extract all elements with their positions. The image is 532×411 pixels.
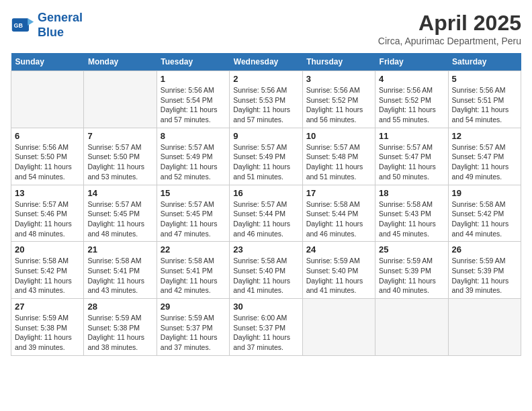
day-cell: 27Sunrise: 5:59 AM Sunset: 5:38 PM Dayli…	[11, 299, 84, 356]
day-info: Sunrise: 5:58 AM Sunset: 5:42 PM Dayligh…	[452, 199, 517, 239]
svg-marker-1	[28, 18, 34, 26]
day-number: 21	[87, 244, 152, 255]
day-number: 26	[452, 244, 517, 255]
day-number: 27	[15, 302, 80, 312]
day-number: 12	[452, 131, 517, 141]
day-info: Sunrise: 6:00 AM Sunset: 5:37 PM Dayligh…	[233, 313, 298, 353]
week-row-3: 13Sunrise: 5:57 AM Sunset: 5:46 PM Dayli…	[11, 185, 521, 242]
day-number: 19	[452, 188, 517, 198]
day-info: Sunrise: 5:59 AM Sunset: 5:39 PM Dayligh…	[452, 256, 517, 295]
day-cell	[84, 71, 157, 128]
day-number: 1	[161, 74, 226, 84]
day-info: Sunrise: 5:57 AM Sunset: 5:45 PM Dayligh…	[161, 199, 226, 239]
day-cell: 3Sunrise: 5:56 AM Sunset: 5:52 PM Daylig…	[302, 71, 375, 128]
calendar-table: SundayMondayTuesdayWednesdayThursdayFrid…	[11, 53, 521, 356]
week-row-1: 1Sunrise: 5:56 AM Sunset: 5:54 PM Daylig…	[11, 71, 521, 128]
day-info: Sunrise: 5:56 AM Sunset: 5:50 PM Dayligh…	[15, 142, 80, 182]
day-number: 24	[306, 244, 371, 255]
day-info: Sunrise: 5:58 AM Sunset: 5:43 PM Dayligh…	[379, 199, 444, 239]
day-cell: 7Sunrise: 5:57 AM Sunset: 5:50 PM Daylig…	[84, 128, 157, 185]
day-cell: 25Sunrise: 5:59 AM Sunset: 5:39 PM Dayli…	[375, 242, 448, 299]
day-info: Sunrise: 5:57 AM Sunset: 5:50 PM Dayligh…	[87, 142, 152, 182]
calendar-header: SundayMondayTuesdayWednesdayThursdayFrid…	[11, 53, 521, 71]
header-cell-wednesday: Wednesday	[230, 53, 302, 71]
day-cell: 14Sunrise: 5:57 AM Sunset: 5:45 PM Dayli…	[84, 185, 157, 242]
day-info: Sunrise: 5:56 AM Sunset: 5:51 PM Dayligh…	[452, 85, 517, 125]
day-info: Sunrise: 5:56 AM Sunset: 5:52 PM Dayligh…	[306, 85, 371, 125]
day-number: 18	[379, 188, 444, 198]
day-cell: 29Sunrise: 5:59 AM Sunset: 5:37 PM Dayli…	[157, 299, 229, 356]
header-cell-tuesday: Tuesday	[157, 53, 229, 71]
day-cell: 22Sunrise: 5:58 AM Sunset: 5:41 PM Dayli…	[157, 242, 229, 299]
day-info: Sunrise: 5:58 AM Sunset: 5:40 PM Dayligh…	[233, 256, 298, 295]
day-number: 4	[379, 74, 444, 84]
day-info: Sunrise: 5:57 AM Sunset: 5:49 PM Dayligh…	[161, 142, 226, 182]
day-number: 7	[87, 131, 152, 141]
month-title: April 2025	[378, 11, 521, 36]
calendar-body: 1Sunrise: 5:56 AM Sunset: 5:54 PM Daylig…	[11, 71, 521, 356]
header-cell-monday: Monday	[84, 53, 157, 71]
day-info: Sunrise: 5:57 AM Sunset: 5:47 PM Dayligh…	[452, 142, 517, 182]
day-number: 2	[233, 74, 298, 84]
day-number: 20	[15, 244, 80, 255]
week-row-2: 6Sunrise: 5:56 AM Sunset: 5:50 PM Daylig…	[11, 128, 521, 185]
day-cell	[375, 299, 448, 356]
day-cell: 6Sunrise: 5:56 AM Sunset: 5:50 PM Daylig…	[11, 128, 84, 185]
day-cell: 12Sunrise: 5:57 AM Sunset: 5:47 PM Dayli…	[448, 128, 521, 185]
day-number: 30	[233, 302, 298, 312]
day-cell: 1Sunrise: 5:56 AM Sunset: 5:54 PM Daylig…	[157, 71, 229, 128]
day-info: Sunrise: 5:59 AM Sunset: 5:37 PM Dayligh…	[161, 313, 226, 353]
day-info: Sunrise: 5:57 AM Sunset: 5:46 PM Dayligh…	[15, 199, 80, 239]
logo: GB General Blue	[11, 11, 83, 40]
day-cell	[11, 71, 84, 128]
day-number: 8	[161, 131, 226, 141]
page-header: GB General Blue April 2025 Circa, Apurim…	[11, 11, 521, 46]
day-info: Sunrise: 5:59 AM Sunset: 5:39 PM Dayligh…	[379, 256, 444, 295]
day-number: 17	[306, 188, 371, 198]
day-cell: 21Sunrise: 5:58 AM Sunset: 5:41 PM Dayli…	[84, 242, 157, 299]
day-cell: 5Sunrise: 5:56 AM Sunset: 5:51 PM Daylig…	[448, 71, 521, 128]
header-cell-saturday: Saturday	[448, 53, 521, 71]
day-number: 15	[161, 188, 226, 198]
week-row-4: 20Sunrise: 5:58 AM Sunset: 5:42 PM Dayli…	[11, 242, 521, 299]
day-cell: 8Sunrise: 5:57 AM Sunset: 5:49 PM Daylig…	[157, 128, 229, 185]
week-row-5: 27Sunrise: 5:59 AM Sunset: 5:38 PM Dayli…	[11, 299, 521, 356]
header-cell-friday: Friday	[375, 53, 448, 71]
day-number: 28	[87, 302, 152, 312]
day-info: Sunrise: 5:58 AM Sunset: 5:41 PM Dayligh…	[87, 256, 152, 295]
header-cell-thursday: Thursday	[302, 53, 375, 71]
day-number: 29	[161, 302, 226, 312]
day-info: Sunrise: 5:57 AM Sunset: 5:49 PM Dayligh…	[233, 142, 298, 182]
day-info: Sunrise: 5:57 AM Sunset: 5:47 PM Dayligh…	[379, 142, 444, 182]
day-cell: 13Sunrise: 5:57 AM Sunset: 5:46 PM Dayli…	[11, 185, 84, 242]
day-info: Sunrise: 5:58 AM Sunset: 5:44 PM Dayligh…	[306, 199, 371, 239]
day-number: 9	[233, 131, 298, 141]
day-number: 3	[306, 74, 371, 84]
day-info: Sunrise: 5:57 AM Sunset: 5:44 PM Dayligh…	[233, 199, 298, 239]
title-block: April 2025 Circa, Apurimac Department, P…	[378, 11, 521, 46]
day-cell: 15Sunrise: 5:57 AM Sunset: 5:45 PM Dayli…	[157, 185, 229, 242]
day-cell: 17Sunrise: 5:58 AM Sunset: 5:44 PM Dayli…	[302, 185, 375, 242]
day-number: 11	[379, 131, 444, 141]
day-number: 25	[379, 244, 444, 255]
day-cell: 11Sunrise: 5:57 AM Sunset: 5:47 PM Dayli…	[375, 128, 448, 185]
day-info: Sunrise: 5:57 AM Sunset: 5:48 PM Dayligh…	[306, 142, 371, 182]
day-number: 5	[452, 74, 517, 84]
day-cell: 16Sunrise: 5:57 AM Sunset: 5:44 PM Dayli…	[230, 185, 302, 242]
day-cell: 20Sunrise: 5:58 AM Sunset: 5:42 PM Dayli…	[11, 242, 84, 299]
header-row: SundayMondayTuesdayWednesdayThursdayFrid…	[11, 53, 521, 71]
logo-line1: General	[38, 11, 83, 24]
header-cell-sunday: Sunday	[11, 53, 84, 71]
day-info: Sunrise: 5:59 AM Sunset: 5:38 PM Dayligh…	[15, 313, 80, 353]
logo-line2: Blue	[38, 26, 64, 39]
day-cell: 9Sunrise: 5:57 AM Sunset: 5:49 PM Daylig…	[230, 128, 302, 185]
day-number: 13	[15, 188, 80, 198]
day-cell: 10Sunrise: 5:57 AM Sunset: 5:48 PM Dayli…	[302, 128, 375, 185]
day-cell: 24Sunrise: 5:59 AM Sunset: 5:40 PM Dayli…	[302, 242, 375, 299]
day-info: Sunrise: 5:57 AM Sunset: 5:45 PM Dayligh…	[87, 199, 152, 239]
day-cell: 2Sunrise: 5:56 AM Sunset: 5:53 PM Daylig…	[230, 71, 302, 128]
logo-icon: GB	[11, 13, 35, 38]
day-info: Sunrise: 5:58 AM Sunset: 5:42 PM Dayligh…	[15, 256, 80, 295]
day-number: 22	[161, 244, 226, 255]
day-number: 16	[233, 188, 298, 198]
